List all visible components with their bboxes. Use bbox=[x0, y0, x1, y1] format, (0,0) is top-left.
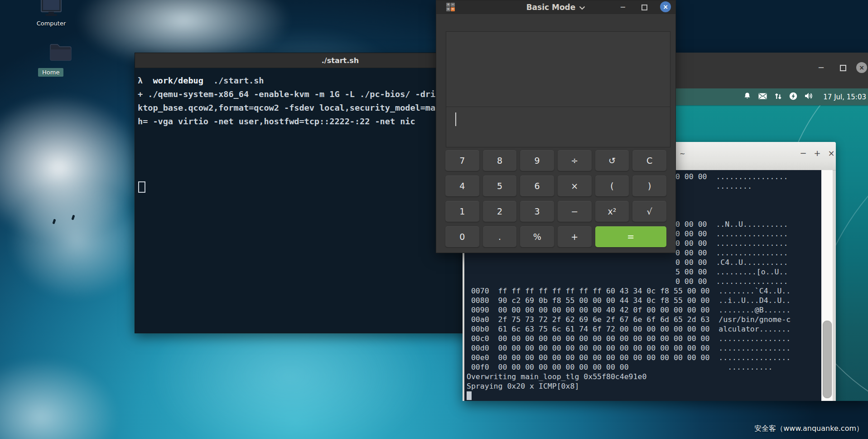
hexterm-maximize-button[interactable]: + bbox=[812, 149, 823, 158]
computer-monitor-icon bbox=[39, 11, 63, 20]
surfer-dot bbox=[71, 215, 75, 220]
terminal-output-text: + ./qemu-system-x86_64 -enable-kvm -m 1G… bbox=[138, 88, 435, 128]
hexterm-minimize-button[interactable]: − bbox=[798, 149, 809, 158]
vm-close-button[interactable]: × bbox=[856, 62, 867, 73]
terminal-prompt-line: λ work/debug ./start.sh bbox=[138, 74, 264, 88]
key-2[interactable]: 2 bbox=[483, 201, 517, 222]
desktop-icon-home[interactable] bbox=[48, 42, 73, 63]
calculator-display[interactable] bbox=[446, 31, 670, 147]
vm-minimize-button[interactable]: − bbox=[818, 63, 825, 72]
key-subtract[interactable]: − bbox=[558, 201, 592, 222]
hexterm-close-button[interactable]: × bbox=[826, 149, 837, 158]
key-divide[interactable]: ÷ bbox=[558, 150, 592, 171]
hexterm-cursor bbox=[467, 391, 472, 400]
hexdump-terminal-title: ~ bbox=[680, 150, 685, 158]
key-6[interactable]: 6 bbox=[520, 176, 554, 196]
key-4[interactable]: 4 bbox=[445, 176, 479, 196]
key-5[interactable]: 5 bbox=[483, 176, 517, 196]
prompt-symbol: λ bbox=[138, 76, 143, 85]
guest-clock[interactable]: 17 Jul, 15:03 bbox=[823, 88, 866, 105]
key-3[interactable]: 3 bbox=[520, 201, 554, 222]
calculator-window[interactable]: + − × = Basic Mode − × 7 8 9 ÷ ↺ C 4 5 6… bbox=[436, 0, 676, 253]
terminal-title: ./start.sh bbox=[322, 56, 359, 65]
desktop-icon-label[interactable]: Home bbox=[38, 68, 63, 77]
power-bolt-icon[interactable] bbox=[789, 92, 797, 102]
key-undo[interactable]: ↺ bbox=[595, 150, 629, 171]
key-open-paren[interactable]: ( bbox=[595, 176, 629, 196]
watermark-text: 安全客（www.anquanke.com） bbox=[754, 424, 863, 434]
guest-system-tray bbox=[743, 88, 814, 105]
vm-restore-button[interactable] bbox=[840, 65, 846, 71]
key-add[interactable]: + bbox=[558, 226, 592, 247]
key-equals[interactable]: = bbox=[595, 226, 666, 247]
surfer-dot bbox=[52, 219, 56, 224]
desktop-icon-computer[interactable]: Computer bbox=[35, 0, 67, 27]
desktop-icon-label: Computer bbox=[35, 20, 67, 27]
wave-foam bbox=[0, 358, 118, 439]
key-x-squared[interactable]: x² bbox=[595, 201, 629, 222]
calculator-minimize-button[interactable]: − bbox=[620, 3, 626, 11]
volume-icon[interactable] bbox=[805, 93, 814, 101]
key-square-root[interactable]: √ bbox=[632, 201, 666, 222]
key-clear[interactable]: C bbox=[632, 150, 666, 171]
key-decimal-point[interactable]: . bbox=[483, 226, 517, 247]
hexterm-scrollbar-thumb[interactable] bbox=[823, 321, 832, 398]
calculator-keypad: 7 8 9 ÷ ↺ C 4 5 6 × ( ) 1 2 3 − x² √ 0 .… bbox=[445, 150, 666, 247]
hexterm-scrollbar[interactable] bbox=[821, 170, 833, 401]
key-percent[interactable]: % bbox=[520, 226, 554, 247]
network-updown-icon[interactable] bbox=[774, 92, 782, 102]
mail-icon[interactable] bbox=[758, 93, 767, 101]
key-9[interactable]: 9 bbox=[520, 150, 554, 171]
key-0[interactable]: 0 bbox=[445, 226, 479, 247]
calculator-titlebar[interactable]: + − × = Basic Mode − × bbox=[436, 0, 675, 14]
key-multiply[interactable]: × bbox=[558, 176, 592, 196]
calculator-history-area bbox=[446, 32, 670, 107]
calculator-close-button[interactable]: × bbox=[660, 1, 671, 12]
prompt-path: work/debug bbox=[153, 76, 203, 85]
hexdump-partial-rows: 0 00 00 ................ ........ 0 00 0… bbox=[675, 172, 788, 286]
calculator-entry-caret bbox=[455, 112, 456, 126]
calculator-mode-selector[interactable]: Basic Mode bbox=[436, 0, 675, 14]
calculator-restore-button[interactable] bbox=[641, 5, 647, 10]
hexdump-output-text: 0070 ff ff ff ff ff ff ff ff 60 43 34 0c… bbox=[467, 286, 791, 391]
terminal-cursor bbox=[138, 181, 145, 193]
calculator-mode-label: Basic Mode bbox=[526, 3, 576, 12]
home-folder-icon bbox=[49, 55, 72, 63]
key-1[interactable]: 1 bbox=[445, 201, 479, 222]
key-7[interactable]: 7 bbox=[445, 150, 479, 171]
key-8[interactable]: 8 bbox=[483, 150, 517, 171]
prompt-command: ./start.sh bbox=[213, 76, 264, 85]
key-close-paren[interactable]: ) bbox=[632, 176, 666, 196]
wave-foam bbox=[9, 181, 145, 299]
chevron-down-icon bbox=[579, 3, 585, 12]
notifications-bell-icon[interactable] bbox=[743, 92, 751, 102]
